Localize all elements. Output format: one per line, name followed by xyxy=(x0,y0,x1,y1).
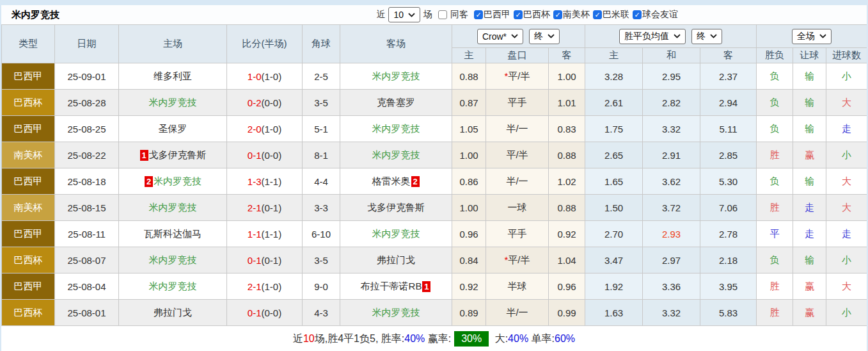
handicap-text: 半/一 xyxy=(506,307,528,318)
match-table-body: 巴西甲 25-09-01 维多利亚 1-0(1-0) 2-5 米内罗竞技 0.8… xyxy=(2,63,867,326)
league-cell: 南美杯 xyxy=(2,142,55,168)
avg-odds-select[interactable]: 胜平负均值 xyxy=(619,29,686,44)
crow-home-odds-cell: 0.96 xyxy=(452,221,486,247)
result-goals-cell: 大 xyxy=(826,195,867,221)
result-goals-cell: 大 xyxy=(826,168,867,195)
score-cell: 1-3(1-1) xyxy=(227,168,303,195)
sub-header-handicap-result: 让球 xyxy=(793,48,826,63)
corners-cell: 8-1 xyxy=(303,142,340,168)
corners-cell: 2-5 xyxy=(303,63,340,90)
odds-time-select[interactable]: 终 xyxy=(529,29,560,44)
league-filter-label: 巴西甲 xyxy=(484,9,510,20)
red-card-badge: 2 xyxy=(411,176,420,187)
half-time-score: (0-0) xyxy=(262,150,282,161)
away-team-cell: 米内罗竞技 xyxy=(340,300,452,326)
league-filter-checkbox[interactable]: ✓ xyxy=(474,10,483,19)
score-cell: 1-0(1-0) xyxy=(227,63,303,90)
home-team-cell: 维多利亚 xyxy=(119,63,227,90)
score-cell: 0-2(0-0) xyxy=(227,90,303,116)
full-time-score: 1-3 xyxy=(248,176,262,187)
handicap-text: 半/一 xyxy=(506,176,528,186)
odds-company-select[interactable]: Crow* xyxy=(477,29,523,44)
handicap-text: 平/半 xyxy=(508,70,530,81)
avg-draw-cell: 3.36 xyxy=(643,273,700,300)
result-handicap-cell: 输 xyxy=(793,90,826,116)
league-filter-label: 巴米联 xyxy=(603,9,629,20)
result-handicap-cell: 走 xyxy=(793,195,826,221)
corners-cell: 4-3 xyxy=(303,300,340,326)
result-goals-cell: 小 xyxy=(826,142,867,168)
half-time-score: (1-0) xyxy=(262,281,282,292)
league-cell: 巴西杯 xyxy=(2,300,55,326)
sub-header-goals: 进球数 xyxy=(826,48,867,63)
avg-draw-cell: 3.72 xyxy=(643,195,700,221)
odds-company-value: Crow* xyxy=(482,31,507,42)
score-cell: 2-0(1-0) xyxy=(227,116,303,142)
home-team-cell: 米内罗竞技 xyxy=(119,195,227,221)
avg-home-cell: 3.47 xyxy=(585,247,643,273)
chevron-down-icon xyxy=(511,34,518,38)
league-filter-cup: ✓ 巴西杯 xyxy=(514,9,550,20)
summary-segment: 近 xyxy=(293,332,303,346)
avg-away-cell: 7.06 xyxy=(700,195,757,221)
home-team-cell: 米内罗竞技 xyxy=(119,247,227,273)
home-team-name: 米内罗竞技 xyxy=(149,254,197,265)
page-title: 米内罗竞技 xyxy=(12,9,59,21)
crow-home-odds-cell: 0.87 xyxy=(452,90,486,116)
handicap-cell: 半/一 xyxy=(486,116,549,142)
away-team-name: 布拉干蒂诺RB xyxy=(361,281,422,291)
table-row: 巴西甲 25-08-04 米内罗竞技 2-1(1-0) 9-0 布拉干蒂诺RB1… xyxy=(2,273,867,300)
league-filter-sudamericana: ✓ 南美杯 xyxy=(553,9,590,20)
league-filter-checkbox[interactable]: ✓ xyxy=(633,10,642,19)
league-filter-checkbox[interactable]: ✓ xyxy=(553,10,562,19)
avg-home-cell: 1.75 xyxy=(585,116,643,142)
crow-home-odds-cell: 0.92 xyxy=(452,273,486,300)
handicap-text: 半/一 xyxy=(506,123,528,134)
home-team-cell: 米内罗竞技 xyxy=(119,273,227,300)
corners-cell: 3-3 xyxy=(303,195,340,221)
summary-segment: 大: xyxy=(492,332,508,346)
full-time-score: 0-1 xyxy=(248,255,262,266)
result-scope-select[interactable]: 全场 xyxy=(792,29,832,44)
away-team-cell: 米内罗竞技 xyxy=(340,116,452,142)
match-table: 类型 日期 主场 比分(半场) 角球 客场 Crow* 终 xyxy=(1,24,867,326)
full-time-score: 2-0 xyxy=(248,124,262,135)
result-outcome-cell: 平 xyxy=(757,221,793,247)
avg-home-cell: 1.50 xyxy=(585,195,643,221)
league-cell: 巴西甲 xyxy=(2,221,55,247)
table-row: 巴西甲 25-08-18 2米内罗竞技 1-3(1-1) 4-4 格雷米奥2 0… xyxy=(2,168,867,195)
crow-away-odds-cell: 0.88 xyxy=(549,142,585,168)
result-goals-cell: 小 xyxy=(826,63,867,90)
avg-draw-cell: 3.32 xyxy=(643,300,700,326)
summary-bar: 近10场,胜4平1负5, 胜率:40% 赢率:30% 大:40% 单率:60% xyxy=(1,326,867,351)
handicap-cell: 半/一 xyxy=(486,168,549,195)
league-cell: 巴西杯 xyxy=(2,247,55,273)
away-team-cell: 米内罗竞技 xyxy=(340,63,452,90)
date-cell: 25-09-01 xyxy=(55,63,119,90)
result-handicap-cell: 输 xyxy=(793,63,826,90)
avg-away-cell: 2.78 xyxy=(700,221,757,247)
league-filter-checkbox[interactable]: ✓ xyxy=(514,10,523,19)
crow-away-odds-cell: 1.00 xyxy=(549,63,585,90)
home-team-cell: 米内罗竞技 xyxy=(119,90,227,116)
col-header-type: 类型 xyxy=(2,25,55,63)
away-team-name: 克鲁塞罗 xyxy=(377,97,415,108)
summary-segment: 40% xyxy=(404,333,425,345)
chevron-down-icon xyxy=(674,34,681,38)
result-outcome-cell: 负 xyxy=(757,63,793,90)
sub-header-avg-away: 客 xyxy=(700,48,757,63)
avg-time-select[interactable]: 终 xyxy=(691,29,722,44)
red-card-badge: 2 xyxy=(145,176,153,187)
recent-count-select[interactable]: 10 xyxy=(388,7,420,22)
league-filter-checkbox[interactable]: ✓ xyxy=(593,10,602,19)
league-cell: 巴西杯 xyxy=(2,90,55,116)
chevron-down-icon xyxy=(710,34,717,38)
same-away-checkbox[interactable] xyxy=(438,10,447,19)
col-header-corners: 角球 xyxy=(303,25,340,63)
red-card-badge: 1 xyxy=(422,281,430,292)
same-away-label: 同客 xyxy=(450,9,468,20)
summary-segment: 场,胜4平1负5, 胜率: xyxy=(315,332,404,346)
corners-cell: 4-4 xyxy=(303,168,340,195)
away-team-cell: 克鲁塞罗 xyxy=(340,90,452,116)
table-row: 巴西甲 25-08-11 瓦斯科达伽马 1-1(1-1) 6-10 米内罗竞技 … xyxy=(2,221,867,247)
